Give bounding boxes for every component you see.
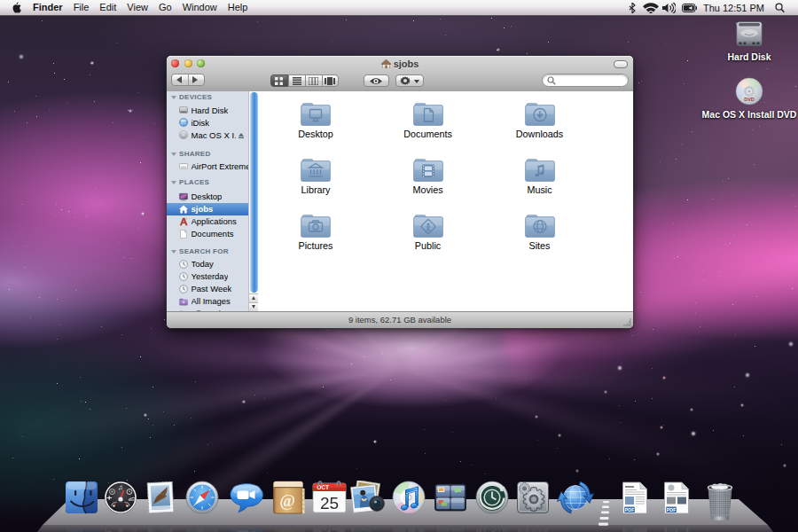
svg-text:PDF: PDF — [667, 507, 677, 512]
svg-text:♫: ♫ — [118, 483, 123, 491]
svg-text:PDF: PDF — [625, 507, 636, 512]
svg-text:DVD: DVD — [744, 97, 755, 102]
svg-text:25: 25 — [320, 494, 339, 512]
svg-text:@: @ — [279, 491, 295, 510]
